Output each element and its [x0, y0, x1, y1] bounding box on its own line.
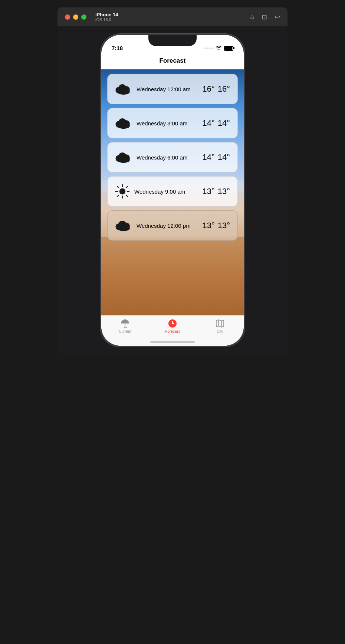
phone-frame: 7:18 [58, 26, 288, 354]
cloud-icon-1 [115, 83, 132, 95]
svg-line-9 [126, 186, 128, 188]
tab-current[interactable]: Current [101, 319, 149, 334]
svg-line-8 [126, 195, 128, 197]
mac-toolbar: iPhone 14 iOS 16.0 ⌂ ⊡ ↩ [58, 7, 288, 26]
forecast-info-3: Wednesday 6:00 am 14° 14° [137, 152, 230, 162]
clock-icon [168, 319, 177, 328]
cloud-icon-5 [115, 219, 132, 232]
forecast-card-5[interactable]: Wednesday 12:00 pm 13° 13° [107, 210, 238, 241]
tab-forecast[interactable]: Forecast [149, 319, 196, 334]
temp-low-4: 13° [218, 187, 230, 196]
forecast-time-1: Wednesday 12:00 am [137, 86, 191, 92]
nav-title: Forecast [160, 57, 186, 64]
forecast-temps-5: 13° 13° [202, 221, 230, 230]
content-area: Wednesday 12:00 am 16° 16° [101, 69, 244, 315]
nav-bar: Forecast [101, 54, 244, 69]
temp-low-5: 13° [218, 221, 230, 230]
svg-line-10 [117, 195, 119, 197]
volume-up-button [100, 113, 101, 137]
tab-city[interactable]: City [196, 319, 244, 334]
phone-body: 7:18 [100, 34, 245, 347]
close-button[interactable] [65, 14, 70, 20]
forecast-time-4: Wednesday 9:00 am [134, 188, 185, 195]
rotate-icon[interactable]: ↩ [275, 13, 280, 21]
device-info: iPhone 14 iOS 16.0 [95, 12, 118, 22]
forecast-info-1: Wednesday 12:00 am 16° 16° [137, 84, 230, 94]
home-indicator [150, 341, 195, 343]
svg-point-0 [117, 88, 130, 95]
forecast-card-4[interactable]: Wednesday 9:00 am 13° 13° [107, 176, 238, 207]
forecast-temps-2: 14° 14° [202, 118, 230, 128]
forecast-temps-3: 14° 14° [202, 152, 230, 162]
svg-line-7 [117, 186, 119, 188]
screen: 7:18 [101, 35, 244, 346]
temp-low-1: 16° [218, 84, 230, 94]
signal-icon [204, 47, 214, 49]
tab-city-label: City [217, 329, 223, 334]
temp-high-4: 13° [202, 187, 214, 196]
status-bar: 7:18 [101, 35, 244, 54]
map-icon [215, 319, 225, 328]
temp-low-2: 14° [218, 118, 230, 128]
home-icon[interactable]: ⌂ [250, 13, 254, 21]
svg-point-11 [119, 188, 125, 194]
power-button [244, 116, 245, 152]
battery-icon [224, 46, 233, 51]
status-time: 7:18 [112, 45, 123, 51]
device-name: iPhone 14 [95, 12, 118, 17]
status-right-icons [204, 45, 233, 51]
forecast-info-5: Wednesday 12:00 pm 13° 13° [137, 221, 230, 230]
tab-forecast-label: Forecast [165, 329, 180, 334]
toolbar-icons: ⌂ ⊡ ↩ [250, 13, 280, 21]
forecast-time-2: Wednesday 3:00 am [137, 120, 187, 126]
forecast-card-2[interactable]: Wednesday 3:00 am 14° 14° [107, 108, 238, 138]
forecast-temps-1: 16° 16° [202, 84, 230, 94]
forecast-time-5: Wednesday 12:00 pm [137, 223, 191, 229]
fullscreen-button[interactable] [81, 14, 86, 20]
mute-button [100, 94, 101, 106]
volume-down-button [100, 141, 101, 164]
temp-high-2: 14° [202, 118, 214, 128]
forecast-list: Wednesday 12:00 am 16° 16° [101, 69, 244, 315]
temp-high-3: 14° [202, 152, 214, 162]
forecast-time-3: Wednesday 6:00 am [137, 154, 187, 161]
svg-point-2 [117, 157, 130, 163]
cloud-icon-2 [115, 117, 132, 129]
umbrella-icon [120, 319, 130, 328]
svg-point-12 [117, 225, 130, 231]
device-os: iOS 16.0 [95, 17, 118, 22]
cloud-icon-3 [115, 151, 132, 164]
notch [148, 35, 197, 46]
forecast-card-1[interactable]: Wednesday 12:00 am 16° 16° [107, 74, 238, 104]
wifi-icon [216, 45, 222, 51]
temp-high-5: 13° [202, 221, 214, 230]
temp-high-1: 16° [202, 84, 214, 94]
temp-low-3: 14° [218, 152, 230, 162]
forecast-temps-4: 13° 13° [202, 187, 230, 196]
svg-point-1 [117, 122, 130, 129]
forecast-info-2: Wednesday 3:00 am 14° 14° [137, 118, 230, 128]
screenshot-icon[interactable]: ⊡ [262, 13, 267, 21]
minimize-button[interactable] [73, 14, 78, 20]
sun-icon-4 [115, 184, 130, 199]
traffic-lights [65, 14, 86, 20]
forecast-card-3[interactable]: Wednesday 6:00 am 14° 14° [107, 142, 238, 172]
tab-current-label: Current [119, 329, 131, 334]
forecast-info-4: Wednesday 9:00 am 13° 13° [134, 187, 230, 196]
